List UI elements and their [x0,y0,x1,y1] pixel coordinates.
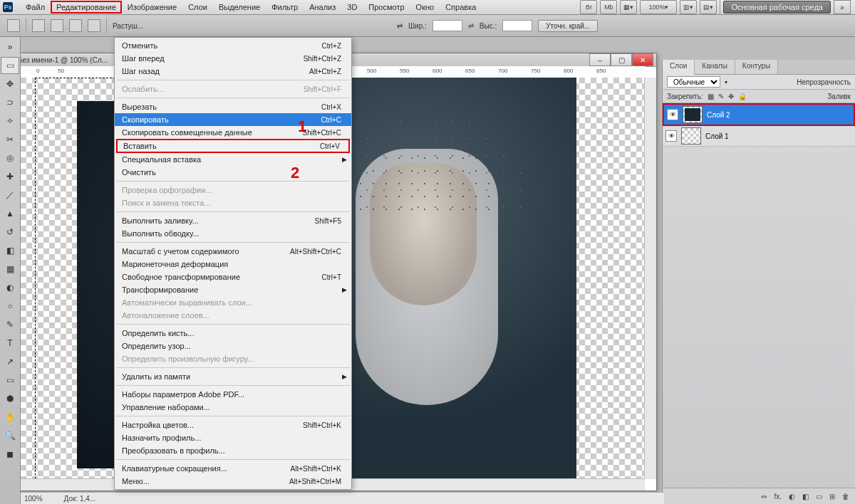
width-field[interactable] [432,20,462,31]
menu-3d[interactable]: 3D [341,1,363,14]
menu-item[interactable]: Настройка цветов...Shift+Ctrl+K [115,419,351,431]
3d-tool[interactable]: ⬢ [1,390,19,407]
menu-item[interactable]: ОтменитьCtrl+Z [115,39,351,52]
blend-mode-select[interactable]: Обычные [667,76,720,88]
menu-item[interactable]: Очистить [115,166,351,179]
panel-footer-icon[interactable]: ⇔ [761,493,767,500]
history-brush-tool[interactable]: ↺ [1,224,19,241]
blur-tool[interactable]: ◐ [1,279,19,296]
menu-item[interactable]: ВставитьCtrl+V [116,139,350,153]
menu-анализ[interactable]: Анализ [304,1,341,14]
menu-item[interactable]: Определить кисть... [115,327,351,340]
selection-subtract-icon[interactable] [69,19,82,32]
minibridge-button[interactable]: Mb [600,0,617,14]
menu-фильтр[interactable]: Фильтр [266,1,304,14]
panel-footer-icon[interactable]: 🗑 [842,493,849,500]
wand-tool[interactable]: ✧ [1,112,19,130]
panel-tab[interactable]: Контуры [735,60,778,74]
path-tool[interactable]: ↗ [1,353,19,370]
chevrons-icon[interactable]: » [1,38,19,56]
link-wh-icon[interactable]: ⇌ [468,22,474,30]
menu-item[interactable]: Выполнить заливку...Shift+F5 [115,214,351,227]
scrollbar-vertical[interactable] [644,78,656,479]
colors-swatch[interactable]: ◼ [1,446,19,463]
lasso-tool[interactable]: ⊃ [1,94,19,111]
menu-окно[interactable]: Окно [410,1,440,14]
layer-row[interactable]: 👁Слой 2 [663,103,855,126]
menu-файл[interactable]: Файл [20,1,51,14]
tool-preset-icon[interactable] [7,19,20,32]
menu-item[interactable]: Трансформирование▶ [115,283,351,296]
menu-выделение[interactable]: Выделение [213,1,266,14]
gradient-tool[interactable]: ▦ [1,261,19,278]
minimize-button[interactable]: – [589,53,611,66]
menu-item[interactable]: СкопироватьCtrl+C [115,113,351,126]
panel-footer-icon[interactable]: fx. [774,493,782,500]
refine-edge-button[interactable]: Уточн. край... [538,20,598,32]
panel-footer-icon[interactable]: ▭ [816,493,822,500]
menu-item[interactable]: ВырезатьCtrl+X [115,100,351,113]
menu-item[interactable]: Марионеточная деформация [115,258,351,271]
pen-tool[interactable]: ✎ [1,316,19,333]
menu-item[interactable]: Преобразовать в профиль... [115,444,351,457]
eyedropper-tool[interactable]: ◎ [1,149,19,167]
menu-item[interactable]: Удалить из памяти▶ [115,370,351,383]
heal-tool[interactable]: ✚ [1,168,19,185]
dodge-tool[interactable]: ○ [1,298,19,315]
menu-item[interactable]: Скопировать совмещенные данныеShift+Ctrl… [115,126,351,139]
stamp-tool[interactable]: ▲ [1,205,19,222]
maximize-button[interactable]: ▢ [611,53,632,66]
brush-tool[interactable]: ／ [1,187,19,204]
lock-all-icon[interactable]: 🔒 [738,93,747,100]
menu-item[interactable]: Управление наборами... [115,401,351,414]
bridge-button[interactable]: Br [580,0,597,14]
eraser-tool[interactable]: ◧ [1,242,19,259]
panel-tab[interactable]: Каналы [695,60,735,74]
menu-item[interactable]: Клавиатурные сокращения...Alt+Shift+Ctrl… [115,462,351,475]
menu-item[interactable]: Шаг впередShift+Ctrl+Z [115,52,351,65]
menu-item[interactable]: Определить узор... [115,340,351,352]
menu-редактирование[interactable]: Редактирование [51,1,122,14]
height-field[interactable] [502,20,532,31]
move-tool[interactable]: ✥ [1,75,19,93]
menu-просмотр[interactable]: Просмотр [363,1,410,14]
screen-mode-button[interactable]: ▦▾ [620,0,637,14]
menu-item[interactable]: Специальная вставка▶ [115,153,351,166]
crop-tool[interactable]: ✂ [1,131,19,148]
menu-item[interactable]: Меню...Alt+Shift+Ctrl+M [115,475,351,488]
selection-add-icon[interactable] [51,19,63,32]
panel-footer-icon[interactable]: ⊞ [829,493,835,500]
layer-row[interactable]: 👁Слой 1 [663,126,855,147]
lock-pixels-icon[interactable]: ▦ [708,93,714,100]
visibility-icon[interactable]: 👁 [667,109,678,120]
close-button[interactable]: ✕ [632,53,653,66]
menu-item[interactable]: Шаг назадAlt+Ctrl+Z [115,65,351,78]
shape-tool[interactable]: ▭ [1,372,19,389]
menu-слои[interactable]: Слои [182,1,213,14]
lock-brush-icon[interactable]: ✎ [718,93,724,100]
panel-footer-icon[interactable]: ◐ [789,493,795,500]
view-extra-2[interactable]: ▤▾ [700,0,717,14]
view-extra-1[interactable]: ▥▾ [680,0,697,14]
menu-item[interactable]: Свободное трансформированиеCtrl+T [115,271,351,283]
hand-tool[interactable]: ✋ [1,409,19,426]
menu-item[interactable]: Назначить профиль... [115,431,351,444]
zoom-selector[interactable]: 100% ▾ [640,0,677,14]
zoom-tool[interactable]: 🔍 [1,427,19,444]
menu-справка[interactable]: Справка [440,1,482,14]
menu-item[interactable]: Наборы параметров Adobe PDF... [115,388,351,401]
lock-position-icon[interactable]: ✥ [728,93,734,100]
selection-intersect-icon[interactable] [88,19,100,32]
panel-footer-icon[interactable]: ◧ [802,493,809,500]
selection-new-icon[interactable] [32,19,45,32]
text-tool[interactable]: T [1,335,19,352]
panel-tab[interactable]: Слои [663,60,695,75]
workspace-switcher[interactable]: Основная рабочая среда [723,1,831,14]
marquee-tool[interactable]: ▭ [1,57,19,74]
menu-item[interactable]: Масштаб с учетом содержимогоAlt+Shift+Ct… [115,245,351,258]
swap-icon[interactable]: ⇄ [397,22,403,30]
menu-изображение[interactable]: Изображение [122,1,182,14]
menu-item[interactable]: Выполнить обводку... [115,227,351,240]
expand-panels[interactable]: » [834,0,851,14]
visibility-icon[interactable]: 👁 [665,130,677,142]
